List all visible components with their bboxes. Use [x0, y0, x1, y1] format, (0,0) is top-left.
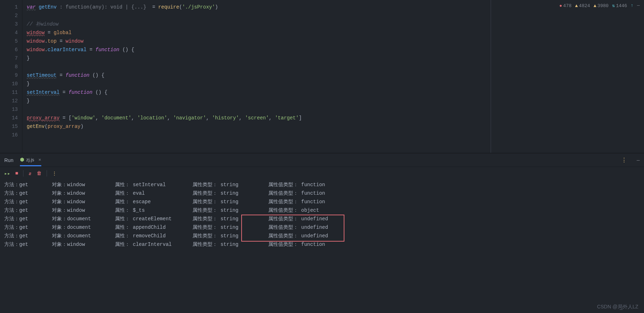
console-row: 方法：get 对象：window 属性： clearInterval 属性类型：… [4, 240, 640, 249]
warning-count-1[interactable]: ▲4824 [575, 3, 590, 9]
console-row: 方法：get 对象：window 属性： setInterval 属性类型： s… [4, 180, 640, 189]
console-row: 方法：get 对象：window 属性： eval 属性类型： string 属… [4, 189, 640, 198]
code-content[interactable]: var getEnv : function(any): void | {...}… [22, 0, 644, 153]
run-toolbar: ▸▸ ■ ⇵ 🗑 ⋮ [0, 167, 644, 180]
minimize-icon[interactable]: — [637, 157, 640, 163]
code-editor[interactable]: 1 2 3 4 5 6 7 8 9 10 11 12 13 14 15 16 v… [0, 0, 644, 153]
info-count[interactable]: ⇅1446 [612, 3, 627, 9]
trash-icon[interactable]: 🗑 [37, 171, 42, 176]
watermark-text: CSDN @局外人LZ [597, 304, 638, 310]
run-tabs-bar: Run ⬢ zj.js × ⋮ — [0, 153, 644, 167]
line-gutter: 1 2 3 4 5 6 7 8 9 10 11 12 13 14 15 16 [0, 0, 22, 153]
stop-icon[interactable]: ■ [15, 171, 18, 176]
scroll-top-icon[interactable]: ↑ [630, 3, 633, 9]
bottom-bar-dash: — [620, 307, 623, 312]
console-output[interactable]: 方法：get 对象：window 属性： setInterval 属性类型： s… [0, 180, 644, 313]
more-actions-icon[interactable]: ⋮ [52, 171, 57, 177]
run-panel-title[interactable]: Run [4, 157, 14, 163]
console-row: 方法：get 对象：document 属性： removeChild 属性类型：… [4, 232, 640, 240]
console-row: 方法：get 对象：window 属性： $_ts 属性类型： string 属… [4, 206, 640, 215]
nodejs-icon: ⬢ [20, 157, 24, 162]
more-icon[interactable]: ⋮ [621, 157, 627, 164]
minimize-icon[interactable]: — [637, 3, 640, 9]
filter-icon[interactable]: ⇵ [28, 171, 31, 177]
rerun-icon[interactable]: ▸▸ [4, 171, 10, 177]
close-icon[interactable]: × [38, 157, 41, 162]
editor-right-margin [491, 0, 491, 153]
warning-count-2[interactable]: ▲3980 [593, 3, 608, 9]
error-count[interactable]: ●478 [559, 3, 571, 9]
console-row: 方法：get 对象：document 属性： appendChild 属性类型：… [4, 223, 640, 232]
console-row: 方法：get 对象：document 属性： createElement 属性类… [4, 215, 640, 223]
console-row: 方法：get 对象：window 属性： escape 属性类型： string… [4, 198, 640, 206]
problems-indicators[interactable]: ●478 ▲4824 ▲3980 ⇅1446 ↑ — [559, 3, 640, 9]
run-tab-zj[interactable]: ⬢ zj.js × [20, 154, 41, 166]
run-panel: Run ⬢ zj.js × ⋮ — ▸▸ ■ ⇵ 🗑 ⋮ 方法：get 对象：w… [0, 153, 644, 313]
